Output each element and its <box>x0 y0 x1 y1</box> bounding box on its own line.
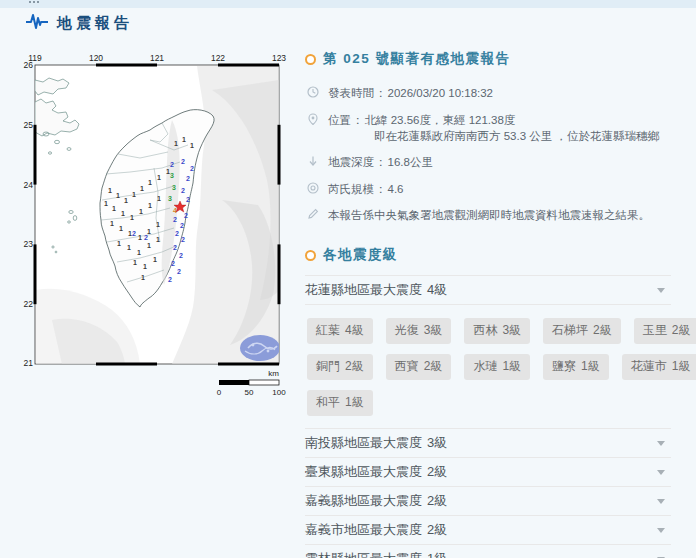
station-chip: 玉里2級 <box>634 318 696 344</box>
accordion-row-region[interactable]: 嘉義縣地區最大震度 2級 <box>305 487 671 516</box>
svg-text:2: 2 <box>132 230 136 237</box>
station-chip: 銅門2級 <box>307 354 373 380</box>
svg-text:2: 2 <box>181 187 185 194</box>
station-chip: 石梯坪2級 <box>543 318 621 344</box>
svg-text:2: 2 <box>181 236 185 243</box>
region-level: 2級 <box>427 463 447 481</box>
orange-dot-icon <box>305 250 316 261</box>
field-magnitude: 芮氏規模：4.6 <box>307 181 671 199</box>
svg-text:1: 1 <box>156 236 160 243</box>
svg-text:1: 1 <box>174 140 178 147</box>
svg-text:1: 1 <box>139 208 143 215</box>
location-detail: 即在花蓮縣政府南南西方 53.3 公里 ，位於花蓮縣瑞穗鄉 <box>328 128 659 145</box>
intensity-map: 119 120 121 122 123 26 25 24 23 22 21 <box>22 50 292 414</box>
report-panel: 第 025 號顯著有感地震報告 發表時間：2026/03/20 10:18:32… <box>305 50 671 558</box>
svg-text:1: 1 <box>104 200 108 207</box>
station-chip: 和平1級 <box>307 390 373 416</box>
svg-text:1: 1 <box>110 220 114 227</box>
svg-text:1: 1 <box>138 234 142 241</box>
svg-text:1: 1 <box>141 274 145 281</box>
svg-text:1: 1 <box>140 185 144 192</box>
svg-text:3: 3 <box>168 195 172 202</box>
svg-text:1: 1 <box>130 214 134 221</box>
region-title: 花蓮縣地區最大震度 <box>305 281 422 299</box>
svg-text:2: 2 <box>175 230 179 237</box>
svg-text:1: 1 <box>156 221 160 228</box>
accordion-row-region[interactable]: 南投縣地區最大震度 3級 <box>305 429 671 458</box>
hualien-stations-panel: 紅葉4級光復3級西林3級石梯坪2級玉里2級富里2級 銅門2級西寶2級水璉1級鹽寮… <box>305 305 671 429</box>
lat-label: 26 <box>24 60 34 70</box>
svg-text:1: 1 <box>121 210 125 217</box>
svg-text:1: 1 <box>116 192 120 199</box>
lon-label: 121 <box>150 53 164 63</box>
svg-text:1: 1 <box>108 187 112 194</box>
region-level: 4級 <box>427 281 447 299</box>
field-publish-time: 發表時間：2026/03/20 10:18:32 <box>307 85 671 103</box>
svg-text:1: 1 <box>157 195 161 202</box>
svg-text:1: 1 <box>148 202 152 209</box>
lat-label: 22 <box>24 299 34 309</box>
svg-text:1: 1 <box>119 225 123 232</box>
accordion-row-region[interactable]: 雲林縣地區最大震度 1級 <box>305 545 671 558</box>
window-dots-icon <box>29 1 39 3</box>
severity-heading-row: 各地震度級 <box>305 246 671 264</box>
severity-accordion: 花蓮縣地區最大震度 4級 紅葉4級光復3級西林3級石梯坪2級玉里2級富里2級 銅… <box>305 275 671 558</box>
svg-text:2: 2 <box>181 158 185 165</box>
lat-label: 25 <box>24 120 34 130</box>
svg-text:3: 3 <box>172 184 176 191</box>
svg-text:50: 50 <box>245 388 254 397</box>
cwb-logo <box>240 335 280 361</box>
svg-text:3: 3 <box>170 172 174 179</box>
region-title: 嘉義縣地區最大震度 <box>305 492 422 510</box>
station-chip: 花蓮市1級 <box>622 354 696 380</box>
chevron-down-icon <box>657 499 665 504</box>
chevron-down-icon <box>657 528 665 533</box>
svg-text:1: 1 <box>117 240 121 247</box>
region-level: 1級 <box>427 550 447 558</box>
svg-text:1: 1 <box>112 205 116 212</box>
svg-text:1: 1 <box>157 174 161 181</box>
svg-text:2: 2 <box>168 276 172 283</box>
lat-label: 21 <box>24 358 34 368</box>
region-title: 臺東縣地區最大震度 <box>305 463 422 481</box>
svg-text:1: 1 <box>127 244 131 251</box>
location-pin-icon <box>307 113 320 130</box>
svg-text:2: 2 <box>144 234 148 241</box>
accordion-row-hualien[interactable]: 花蓮縣地區最大震度 4級 <box>305 275 671 305</box>
region-level: 2級 <box>427 492 447 510</box>
svg-text:1: 1 <box>182 136 186 143</box>
lon-label: 123 <box>272 53 286 63</box>
svg-text:km: km <box>268 369 279 378</box>
chevron-down-icon <box>657 288 665 293</box>
region-title: 嘉義市地區最大震度 <box>305 521 422 539</box>
region-title: 南投縣地區最大震度 <box>305 434 422 452</box>
orange-dot-icon <box>305 54 316 65</box>
station-chip: 水璉1級 <box>464 354 530 380</box>
severity-heading: 各地震度級 <box>323 246 398 264</box>
accordion-row-region[interactable]: 嘉義市地區最大震度 2級 <box>305 516 671 545</box>
earthquake-report-page: 地震報告 119 120 121 122 123 26 25 24 23 22 … <box>0 0 696 558</box>
map-scale-bar: km 0 50 100 <box>217 369 286 397</box>
svg-text:2: 2 <box>171 260 175 267</box>
svg-text:1: 1 <box>132 191 136 198</box>
svg-text:2: 2 <box>190 165 194 172</box>
report-details: 發表時間：2026/03/20 10:18:32 位置：北緯 23.56度，東經… <box>307 85 671 225</box>
accordion-row-region[interactable]: 臺東縣地區最大震度 2級 <box>305 458 671 487</box>
station-chip: 光復3級 <box>386 318 452 344</box>
region-level: 2級 <box>427 521 447 539</box>
report-title-row: 第 025 號顯著有感地震報告 <box>305 50 671 68</box>
svg-text:2: 2 <box>173 244 177 251</box>
svg-text:1: 1 <box>148 179 152 186</box>
station-chip: 鹽寮1級 <box>543 354 609 380</box>
report-note: 本報告係中央氣象署地震觀測網即時地震資料地震速報之結果。 <box>328 207 650 224</box>
svg-text:1: 1 <box>190 142 194 149</box>
svg-text:2: 2 <box>186 196 190 203</box>
chevron-down-icon <box>657 470 665 475</box>
svg-text:2: 2 <box>184 212 188 219</box>
lon-label: 122 <box>211 53 225 63</box>
collapsed-regions: 南投縣地區最大震度 3級 臺東縣地區最大震度 2級 <box>305 429 671 558</box>
svg-text:100: 100 <box>272 388 286 397</box>
svg-text:2: 2 <box>177 268 181 275</box>
field-location: 位置：北緯 23.56度，東經 121.38度 即在花蓮縣政府南南西方 53.3… <box>307 112 671 145</box>
svg-text:2: 2 <box>180 222 184 229</box>
